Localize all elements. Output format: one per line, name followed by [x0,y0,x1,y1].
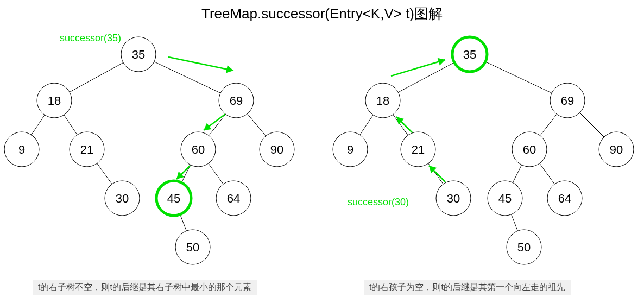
tree-edge [64,115,77,135]
left-tree: 351869921609030456450 [4,37,294,264]
tree-node-value: 21 [412,143,425,156]
tree-edge [360,115,373,135]
tree-node-value: 50 [186,241,199,254]
trees-svg: 351869921609030456450 351869921609030456… [0,0,644,303]
right-tree: 351869921609030456450 [333,37,634,264]
tree-node-value: 90 [610,143,623,156]
tree-node-value: 60 [192,143,205,156]
tree-edge [485,62,552,93]
tree-edge [513,165,521,183]
tree-node-value: 64 [227,192,240,205]
tree-node-value: 60 [523,143,536,156]
tree-node-value: 45 [498,192,512,205]
tree-node-value: 35 [463,48,476,61]
tree-node-value: 18 [376,94,389,108]
tree-node-value: 9 [18,143,25,156]
tree-node-value: 18 [48,94,61,108]
tree-edge [398,62,454,92]
tree-edge [393,115,408,135]
tree-node-value: 30 [116,192,129,205]
tree-edge [180,214,187,231]
tree-node-value: 35 [132,48,145,61]
tree-edge [247,114,266,136]
tree-node-value: 90 [270,143,283,156]
tree-node-value: 69 [230,94,243,108]
tree-node-value: 9 [347,143,353,156]
tree-edge [540,163,555,184]
arrowhead-icon [438,58,445,66]
successor-arrow [168,57,233,71]
tree-node-value: 64 [558,192,571,205]
tree-edge [70,62,123,92]
tree-edge [209,163,224,184]
tree-edge [540,114,557,135]
tree-node-value: 21 [80,143,93,156]
tree-node-value: 45 [167,192,180,205]
arrowhead-icon [226,65,233,73]
successor-arrow [391,60,445,76]
tree-edge [31,115,45,135]
tree-node-value: 50 [517,241,531,254]
tree-edge [512,214,518,231]
tree-edge [580,113,604,137]
tree-edge [97,163,112,184]
tree-node-value: 69 [561,94,574,108]
arrowhead-icon [204,123,212,130]
tree-node-value: 30 [447,192,460,205]
